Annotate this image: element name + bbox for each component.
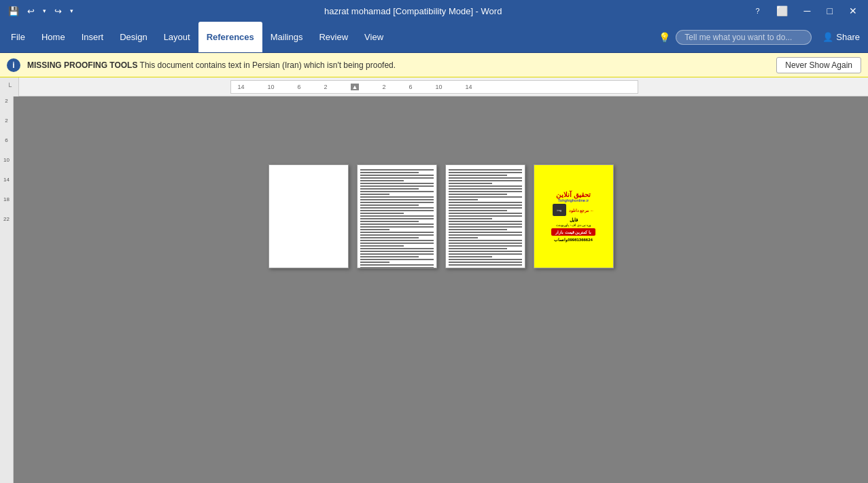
minimize-button[interactable]: ─	[799, 4, 816, 18]
page-2	[357, 164, 437, 268]
ribbon-display-button[interactable]: ⬜	[771, 4, 793, 18]
pages-row: تحقیق آنلاین Tohghighonline.ir img ← مرج…	[268, 164, 614, 268]
document-title: hazrat mohamad [Compatibility Mode] - Wo…	[76, 6, 750, 16]
tab-design[interactable]: Design	[111, 22, 155, 52]
page-4: تحقیق آنلاین Tohghighonline.ir img ← مرج…	[534, 164, 614, 268]
vertical-ruler-numbers: 2 2 6 10 14 18 22	[3, 98, 10, 222]
restore-button[interactable]: □	[822, 4, 838, 18]
person-icon: 👤	[822, 32, 833, 42]
page-3	[445, 164, 525, 268]
notification-text: MISSING PROOFING TOOLS This document con…	[27, 60, 769, 70]
tab-references[interactable]: References	[198, 22, 262, 52]
ad-title: تحقیق آنلاین	[556, 191, 591, 198]
ad-line2: فایل	[570, 217, 578, 223]
close-button[interactable]: ✕	[844, 4, 863, 18]
page-3-content	[446, 165, 525, 268]
document-canvas[interactable]: تحقیق آنلاین Tohghighonline.ir img ← مرج…	[14, 96, 868, 483]
tab-home[interactable]: Home	[33, 22, 73, 52]
notification-bar: i MISSING PROOFING TOOLS This document c…	[0, 53, 868, 77]
ad-url: Tohghighonline.ir	[558, 198, 589, 202]
ad-line1: ← مرجع دانلود	[569, 208, 594, 213]
notification-message: This document contains text in Persian (…	[140, 60, 396, 70]
undo-dropdown[interactable]: ▾	[40, 6, 49, 16]
title-bar: 💾 ↩ ▾ ↪ ▾ hazrat mohamad [Compatibility …	[0, 0, 868, 22]
never-show-again-button[interactable]: Never Show Again	[776, 57, 861, 73]
window-controls: ? ⬜ ─ □ ✕	[750, 4, 863, 18]
tab-insert[interactable]: Insert	[73, 22, 112, 52]
tab-layout[interactable]: Layout	[156, 22, 198, 52]
share-button[interactable]: 👤 Share	[817, 29, 865, 45]
ad-phone: 09981366624وانساب	[554, 237, 593, 242]
ruler-corner: └	[0, 77, 19, 96]
help-button[interactable]: ?	[750, 5, 765, 16]
ad-line3: ورد-پی دی اف - پاورپوینت	[556, 223, 591, 227]
vertical-ruler: 2 2 6 10 14 18 22	[0, 96, 14, 483]
save-button[interactable]: 💾	[5, 5, 22, 18]
notification-bold: MISSING PROOFING TOOLS	[27, 60, 137, 70]
ad-tagline: با کمترین قیمت بازار	[551, 228, 595, 236]
tab-review[interactable]: Review	[311, 22, 356, 52]
ruler-numbers: 14 10 6 2 ▲ 2 6 10 14	[231, 84, 479, 90]
page-2-content	[358, 165, 436, 268]
undo-button[interactable]: ↩	[24, 5, 37, 18]
redo-button[interactable]: ↪	[52, 5, 65, 18]
ruler-area: └ 14 10 6 2 ▲ 2 6 10 14	[0, 77, 868, 96]
tab-view[interactable]: View	[356, 22, 392, 52]
quick-access-toolbar: 💾 ↩ ▾ ↪ ▾	[5, 5, 76, 18]
tell-me-input[interactable]	[676, 30, 812, 45]
customize-qat-button[interactable]: ▾	[67, 6, 76, 16]
tab-mailings[interactable]: Mailings	[262, 22, 311, 52]
info-icon: i	[7, 58, 20, 72]
lightbulb-icon: 💡	[659, 32, 670, 43]
main-area: 2 2 6 10 14 18 22	[0, 96, 868, 483]
ribbon-search-area: 💡 👤 Share	[659, 29, 865, 45]
tab-file[interactable]: File	[3, 22, 33, 52]
page-1	[268, 164, 349, 268]
ribbon: File Home Insert Design Layout Reference…	[0, 22, 868, 53]
ad-page: تحقیق آنلاین Tohghighonline.ir img ← مرج…	[534, 165, 613, 268]
ad-logo: img	[553, 204, 566, 216]
horizontal-ruler: 14 10 6 2 ▲ 2 6 10 14	[230, 80, 638, 94]
